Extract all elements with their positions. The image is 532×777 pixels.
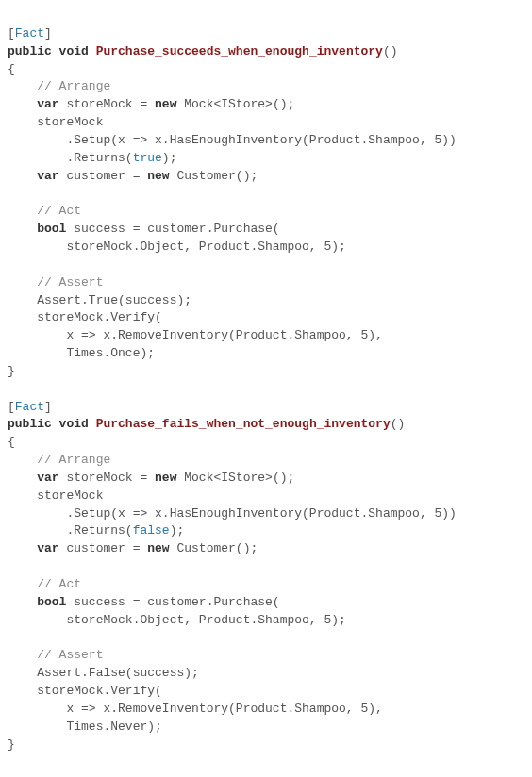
assert-comment: // Assert xyxy=(37,275,103,289)
verify-close: ), xyxy=(368,702,383,716)
cust-decl: customer = xyxy=(59,541,148,555)
new-kw: new xyxy=(155,471,176,485)
var-kw: var xyxy=(37,169,58,183)
setup-close: )) xyxy=(441,133,457,147)
mock-decl: storeMock = xyxy=(66,97,155,111)
test-method-name: Purchase_succeeds_when_enough_inventory xyxy=(96,44,383,58)
act-close: ); xyxy=(331,613,346,627)
cust-type: Customer(); xyxy=(170,169,258,183)
returns-suffix: ); xyxy=(162,151,177,165)
returns-val: false xyxy=(133,523,170,537)
setup-call: .Setup(x => x.HasEnoughInventory(Product… xyxy=(66,506,434,521)
modifiers: public void xyxy=(8,417,89,431)
test-method-name: Purchase_fails_when_not_enough_inventory xyxy=(96,417,391,431)
act-line2: storeMock.Object, Product.Shampoo, xyxy=(66,240,324,254)
act-close: ); xyxy=(331,240,346,254)
act-comment: // Act xyxy=(37,204,81,218)
returns-val: true xyxy=(133,151,162,165)
setup-call: .Setup(x => x.HasEnoughInventory(Product… xyxy=(66,133,434,147)
assert-line: Assert.True(success); xyxy=(37,293,191,307)
verify-line2: x => x.RemoveInventory(Product.Shampoo, xyxy=(66,328,360,342)
verify-line3: Times.Never); xyxy=(66,719,161,734)
act-line1: success = customer.Purchase( xyxy=(66,222,279,236)
returns-prefix: .Returns( xyxy=(66,151,132,165)
verify-line1: storeMock.Verify( xyxy=(37,684,162,698)
new-kw: new xyxy=(155,97,176,111)
mock-decl: storeMock = xyxy=(66,471,155,485)
cust-type: Customer(); xyxy=(170,541,258,555)
arrange-comment: // Arrange xyxy=(37,453,110,467)
new-kw: new xyxy=(147,541,169,555)
verify-close: ), xyxy=(368,328,383,342)
verify-line3: Times.Once); xyxy=(66,346,155,360)
var-kw: var xyxy=(37,471,58,485)
act-line1: success = customer.Purchase( xyxy=(66,595,279,609)
var-kw: var xyxy=(37,97,58,111)
attribute: Fact xyxy=(15,400,44,414)
mock-type: Mock<IStore>(); xyxy=(176,97,294,111)
bool-kw: bool xyxy=(37,595,66,609)
arrange-comment: // Arrange xyxy=(37,79,110,93)
assert-line: Assert.False(success); xyxy=(37,666,199,680)
verify-line1: storeMock.Verify( xyxy=(37,310,162,324)
setup-close: )) xyxy=(441,506,457,521)
returns-prefix: .Returns( xyxy=(66,523,132,537)
verify-line2: x => x.RemoveInventory(Product.Shampoo, xyxy=(66,702,360,716)
setup-line: storeMock xyxy=(37,488,103,503)
new-kw: new xyxy=(147,169,169,183)
returns-suffix: ); xyxy=(170,523,185,537)
attribute: Fact xyxy=(15,26,44,41)
cust-decl: customer = xyxy=(59,169,148,183)
modifiers: public void xyxy=(8,44,89,58)
act-comment: // Act xyxy=(37,577,81,591)
setup-line: storeMock xyxy=(37,115,103,129)
act-line2: storeMock.Object, Product.Shampoo, xyxy=(66,613,324,627)
var-kw: var xyxy=(37,541,58,555)
code-block: [Fact] public void Purchase_succeeds_whe… xyxy=(8,26,457,752)
assert-comment: // Assert xyxy=(37,648,103,662)
bool-kw: bool xyxy=(37,222,66,236)
mock-type: Mock<IStore>(); xyxy=(176,471,294,485)
